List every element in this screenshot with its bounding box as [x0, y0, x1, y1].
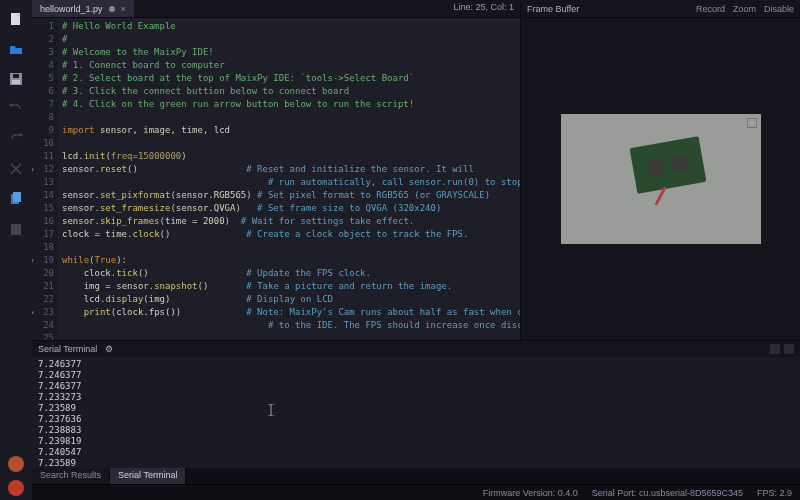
file-icon[interactable] — [4, 7, 28, 31]
terminal-output[interactable]: 7.246377 7.246377 7.246377 7.233273 7.23… — [32, 357, 800, 468]
terminal-title: Serial Terminal — [38, 344, 97, 354]
serial-terminal-pane: Serial Terminal ⚙ 7.246377 7.246377 7.24… — [32, 340, 800, 468]
save-icon[interactable] — [4, 67, 28, 91]
serial-port: Serial Port: cu.usbserial-8D5659C345 — [592, 488, 743, 498]
frame-buffer-header: Frame Buffer RecordZoomDisable — [521, 0, 800, 18]
tab-helloworld[interactable]: helloworld_1.py × — [32, 0, 134, 17]
main-area: helloworld_1.py × 1234567891011121314151… — [32, 0, 800, 500]
frame-buffer-pane: Frame Buffer RecordZoomDisable — [520, 0, 800, 340]
close-icon[interactable]: × — [121, 4, 126, 14]
statusbar: Firmware Version: 0.4.0 Serial Port: cu.… — [32, 484, 800, 500]
frame-buffer-title: Frame Buffer — [527, 4, 579, 14]
fb-link-record[interactable]: Record — [696, 4, 725, 14]
frame-buffer-body — [521, 18, 800, 340]
svg-marker-5 — [9, 103, 12, 107]
svg-rect-3 — [13, 74, 19, 78]
terminal-collapse-icon[interactable] — [770, 344, 780, 354]
terminal-settings-icon[interactable]: ⚙ — [105, 344, 113, 354]
svg-rect-9 — [11, 224, 21, 235]
top-row: helloworld_1.py × 1234567891011121314151… — [32, 0, 800, 340]
tab-label: helloworld_1.py — [40, 4, 103, 14]
firmware-version: Firmware Version: 0.4.0 — [483, 488, 578, 498]
connect-button[interactable] — [8, 456, 24, 472]
svg-marker-6 — [20, 133, 23, 137]
terminal-close-icon[interactable] — [784, 344, 794, 354]
cut-icon[interactable] — [4, 157, 28, 181]
run-button[interactable] — [8, 480, 24, 496]
code-area[interactable]: 1234567891011121314151617181920212223242… — [32, 18, 520, 340]
paste-icon[interactable] — [4, 217, 28, 241]
line-gutter: 1234567891011121314151617181920212223242… — [32, 18, 58, 340]
copy-icon[interactable] — [4, 187, 28, 211]
bottom-tab-search-results[interactable]: Search Results — [32, 468, 110, 484]
terminal-header: Serial Terminal ⚙ — [32, 341, 800, 357]
svg-rect-4 — [12, 80, 20, 84]
bottom-tabbar: Search ResultsSerial Terminal — [32, 468, 800, 484]
fps-readout: FPS: 2.9 — [757, 488, 792, 498]
text-cursor-icon — [268, 404, 274, 416]
toolbar-sidebar — [0, 0, 32, 500]
frame-buffer-links: RecordZoomDisable — [696, 4, 794, 14]
editor-pane: helloworld_1.py × 1234567891011121314151… — [32, 0, 520, 340]
folder-open-icon[interactable] — [4, 37, 28, 61]
redo-icon[interactable] — [4, 127, 28, 151]
bottom-tab-serial-terminal[interactable]: Serial Terminal — [110, 468, 186, 484]
undo-icon[interactable] — [4, 97, 28, 121]
fb-link-zoom[interactable]: Zoom — [733, 4, 756, 14]
frame-buffer-image[interactable] — [561, 114, 761, 244]
svg-rect-8 — [13, 192, 21, 202]
cursor-position: Line: 25, Col: 1 — [453, 2, 514, 12]
editor-tabbar: helloworld_1.py × — [32, 0, 520, 18]
modified-dot-icon — [109, 6, 115, 12]
code-text[interactable]: # Hello World Example # # Welcome to the… — [58, 18, 520, 340]
fb-link-disable[interactable]: Disable — [764, 4, 794, 14]
